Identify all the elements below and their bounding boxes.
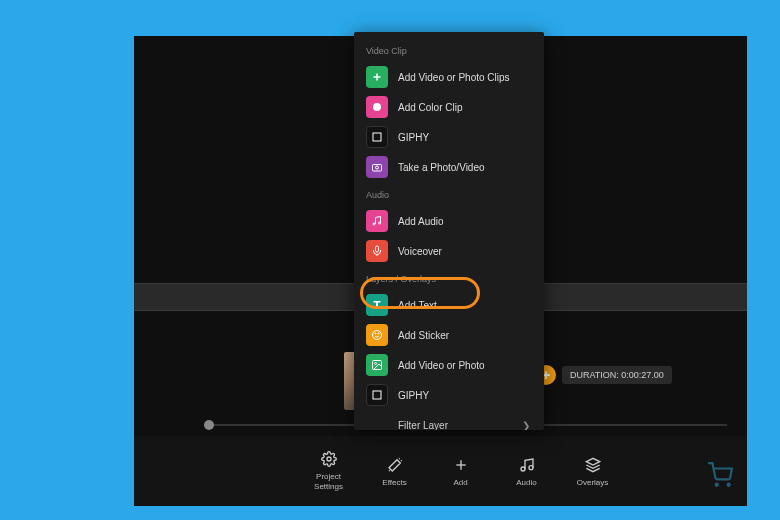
smile-icon: [366, 324, 388, 346]
svg-point-14: [373, 223, 375, 225]
effects-button[interactable]: Effects: [371, 456, 419, 487]
menu-item-add-text[interactable]: Add Text: [354, 290, 544, 320]
menu-item-giphy-clip[interactable]: GIPHY: [354, 122, 544, 152]
toolbar-label: Add: [453, 478, 467, 487]
menu-item-filter-layer[interactable]: Filter Layer ❯: [354, 410, 544, 430]
palette-icon: [366, 96, 388, 118]
overlays-button[interactable]: Overlays: [569, 456, 617, 487]
toolbar-label: Overlays: [577, 478, 609, 487]
menu-item-giphy-overlay[interactable]: GIPHY: [354, 380, 544, 410]
music-icon: [518, 456, 536, 474]
wand-icon: [386, 456, 404, 474]
add-menu-popup: Video Clip Add Video or Photo Clips Add …: [354, 32, 544, 430]
menu-item-label: GIPHY: [398, 132, 429, 143]
svg-marker-5: [586, 458, 599, 465]
audio-button[interactable]: Audio: [503, 456, 551, 487]
svg-rect-12: [373, 165, 382, 172]
svg-point-6: [716, 484, 718, 486]
layers-icon: [584, 456, 602, 474]
svg-point-7: [728, 484, 730, 486]
svg-point-18: [375, 333, 376, 334]
music-icon: [366, 210, 388, 232]
menu-item-add-sticker[interactable]: Add Sticker: [354, 320, 544, 350]
svg-rect-11: [373, 133, 381, 141]
menu-item-label: Filter Layer: [398, 420, 448, 430]
svg-point-15: [379, 222, 381, 224]
menu-item-label: Add Color Clip: [398, 102, 462, 113]
menu-item-add-audio[interactable]: Add Audio: [354, 206, 544, 236]
menu-item-label: GIPHY: [398, 390, 429, 401]
section-header-layers: Layers / Overlays: [354, 266, 544, 290]
toolbar-label: Audio: [516, 478, 536, 487]
menu-item-label: Take a Photo/Video: [398, 162, 485, 173]
svg-point-13: [376, 166, 379, 169]
svg-point-10: [373, 103, 381, 111]
plus-icon: [366, 66, 388, 88]
svg-point-0: [327, 457, 331, 461]
gear-icon: [320, 450, 338, 468]
image-icon: [366, 354, 388, 376]
menu-item-label: Add Video or Photo Clips: [398, 72, 510, 83]
menu-item-voiceover[interactable]: Voiceover: [354, 236, 544, 266]
svg-point-3: [521, 467, 525, 471]
menu-item-label: Add Sticker: [398, 330, 449, 341]
giphy-icon: [366, 384, 388, 406]
microphone-icon: [366, 240, 388, 262]
menu-item-label: Add Text: [398, 300, 437, 311]
menu-item-label: Add Audio: [398, 216, 444, 227]
svg-rect-22: [373, 391, 381, 399]
svg-point-21: [375, 363, 377, 365]
chevron-right-icon: ❯: [522, 420, 530, 430]
menu-item-label: Add Video or Photo: [398, 360, 485, 371]
svg-point-19: [378, 333, 379, 334]
toolbar-label: Project Settings: [314, 472, 343, 491]
duration-label: DURATION: 0:00:27.00: [562, 366, 672, 384]
menu-item-add-video-photo-overlay[interactable]: Add Video or Photo: [354, 350, 544, 380]
camera-icon: [366, 156, 388, 178]
cart-icon[interactable]: [707, 462, 733, 492]
bottom-toolbar: Project Settings Effects Add Audio Overl…: [134, 436, 747, 506]
add-button[interactable]: Add: [437, 456, 485, 487]
text-icon: [366, 294, 388, 316]
menu-item-add-color-clip[interactable]: Add Color Clip: [354, 92, 544, 122]
menu-item-take-photo-video[interactable]: Take a Photo/Video: [354, 152, 544, 182]
section-header-audio: Audio: [354, 182, 544, 206]
duration-indicator: + DURATION: 0:00:27.00: [536, 365, 672, 385]
menu-item-label: Voiceover: [398, 246, 442, 257]
plus-icon: [452, 456, 470, 474]
svg-point-4: [529, 465, 533, 469]
svg-rect-16: [376, 246, 379, 252]
svg-point-17: [373, 331, 382, 340]
section-header-video-clip: Video Clip: [354, 38, 544, 62]
toolbar-label: Effects: [382, 478, 406, 487]
menu-item-add-video-photo-clips[interactable]: Add Video or Photo Clips: [354, 62, 544, 92]
giphy-icon: [366, 126, 388, 148]
project-settings-button[interactable]: Project Settings: [305, 450, 353, 491]
